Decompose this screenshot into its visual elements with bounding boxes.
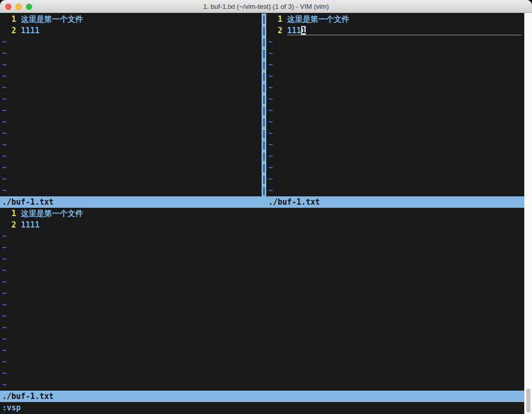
separator-glyph: | (262, 139, 266, 151)
titlebar: 1. buf-1.txt (~/vim-test) (1 of 3) - VIM… (0, 0, 532, 13)
buffer-line[interactable]: 1 这里是第一个文件 (0, 14, 262, 25)
tilde-marker: ~ (2, 82, 7, 94)
empty-line: ~ (0, 379, 524, 391)
tilde-marker: ~ (2, 162, 7, 173)
scrollbar[interactable] (524, 13, 532, 414)
buffer-line[interactable]: 1 这里是第一个文件 (266, 14, 524, 25)
separator-glyph: | (262, 151, 266, 162)
traffic-lights (5, 0, 32, 13)
pane-top-left[interactable]: 1 这里是第一个文件 2 1111~~~~~~~~~~~~~~ (0, 14, 262, 196)
tilde-marker: ~ (2, 185, 7, 196)
empty-line: ~ (0, 82, 262, 94)
line-number: 1 (2, 14, 21, 25)
empty-line: ~ (0, 48, 262, 59)
pane-bottom[interactable]: 1 这里是第一个文件 2 1111~~~~~~~~~~~~~~ (0, 208, 524, 391)
tilde-marker: ~ (268, 173, 273, 185)
empty-line: ~ (0, 368, 524, 379)
vim-terminal: 1 这里是第一个文件 2 1111~~~~~~~~~~~~~~ ||||||||… (0, 13, 524, 414)
empty-line: ~ (0, 231, 524, 242)
vim-command-line[interactable]: :vsp (0, 402, 524, 414)
tilde-marker: ~ (2, 368, 7, 379)
empty-line: ~ (0, 276, 524, 288)
empty-line: ~ (0, 59, 262, 71)
empty-line: ~ (266, 116, 524, 128)
empty-line: ~ (0, 322, 524, 333)
tilde-marker: ~ (2, 333, 7, 345)
tilde-marker: ~ (2, 48, 7, 59)
separator-glyph: | (262, 71, 266, 82)
buffer-line[interactable]: 2 1111 (266, 25, 524, 36)
tilde-marker: ~ (2, 116, 7, 128)
separator-glyph: | (262, 59, 266, 71)
tilde-marker: ~ (2, 173, 7, 185)
statusline-bottom: ./buf-1.txt (0, 391, 524, 402)
empty-line: ~ (0, 116, 262, 128)
empty-line: ~ (0, 299, 524, 311)
empty-line: ~ (0, 333, 524, 345)
tilde-marker: ~ (2, 242, 7, 253)
zoom-button[interactable] (26, 4, 32, 10)
cursor: 1 (301, 26, 306, 35)
tilde-marker: ~ (268, 105, 273, 116)
empty-line: ~ (0, 345, 524, 356)
separator-glyph: | (262, 105, 266, 116)
empty-line: ~ (0, 139, 262, 151)
app-body: 1 这里是第一个文件 2 1111~~~~~~~~~~~~~~ ||||||||… (0, 13, 532, 414)
tilde-marker: ~ (2, 299, 7, 311)
empty-line: ~ (266, 162, 524, 173)
tilde-marker: ~ (268, 94, 273, 105)
empty-line: ~ (0, 162, 262, 173)
empty-line: ~ (266, 71, 524, 82)
pane-top-right[interactable]: 1 这里是第一个文件 2 1111~~~~~~~~~~~~~~ (266, 14, 524, 196)
buffer-line[interactable]: 2 1111 (0, 25, 262, 36)
empty-line: ~ (266, 105, 524, 116)
tilde-marker: ~ (268, 59, 273, 71)
empty-line: ~ (266, 94, 524, 105)
scrollbar-thumb[interactable] (526, 389, 530, 412)
line-number: 2 (268, 25, 287, 36)
statusline-filename-bottom: ./buf-1.txt (2, 391, 53, 402)
empty-line: ~ (0, 253, 524, 265)
minimize-button[interactable] (16, 4, 22, 10)
tilde-marker: ~ (268, 48, 273, 59)
separator-glyph: | (262, 128, 266, 139)
empty-line: ~ (0, 94, 262, 105)
statusline-filename-left: ./buf-1.txt (2, 196, 53, 208)
line-text: 1111 (21, 25, 262, 36)
window-title: 1. buf-1.txt (~/vim-test) (1 of 3) - VIM… (203, 3, 329, 10)
tilde-marker: ~ (2, 253, 7, 265)
empty-line: ~ (266, 173, 524, 185)
separator-glyph: | (262, 25, 266, 36)
empty-line: ~ (0, 128, 262, 139)
tilde-marker: ~ (268, 82, 273, 94)
empty-line: ~ (0, 185, 262, 196)
empty-line: ~ (0, 36, 262, 48)
close-button[interactable] (5, 4, 11, 10)
tilde-marker: ~ (268, 139, 273, 151)
vim-window: 1. buf-1.txt (~/vim-test) (1 of 3) - VIM… (0, 0, 532, 414)
tilde-marker: ~ (2, 288, 7, 299)
tilde-marker: ~ (2, 276, 7, 288)
statusline-filename-right: ./buf-1.txt (268, 196, 320, 208)
tilde-marker: ~ (2, 345, 7, 356)
tilde-marker: ~ (2, 151, 7, 162)
tilde-marker: ~ (268, 36, 273, 48)
separator-glyph: | (262, 162, 266, 173)
statusline-top: ./buf-1.txt ./buf-1.txt (0, 196, 524, 208)
line-text: 这里是第一个文件 (287, 14, 524, 25)
buffer-line[interactable]: 1 这里是第一个文件 (0, 208, 524, 219)
empty-line: ~ (266, 48, 524, 59)
empty-line: ~ (0, 242, 524, 253)
empty-line: ~ (0, 288, 524, 299)
vertical-split-separator[interactable]: |||||||||||||||| (262, 14, 266, 196)
line-number: 1 (268, 14, 287, 25)
separator-glyph: | (262, 185, 266, 196)
line-text: 这里是第一个文件 (21, 208, 524, 219)
empty-line: ~ (0, 71, 262, 82)
empty-line: ~ (266, 128, 524, 139)
tilde-marker: ~ (2, 71, 7, 82)
separator-glyph: | (262, 36, 266, 48)
empty-line: ~ (266, 185, 524, 196)
buffer-line[interactable]: 2 1111 (0, 219, 524, 231)
tilde-marker: ~ (2, 311, 7, 322)
